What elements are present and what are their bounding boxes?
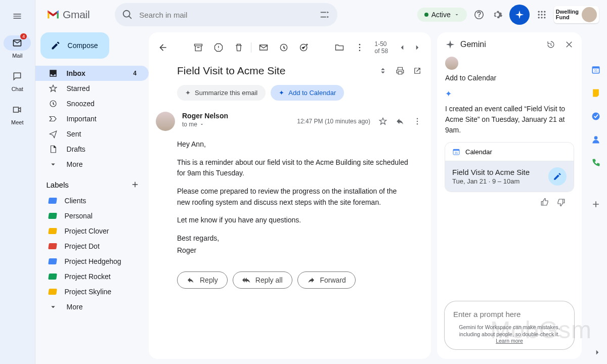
snooze-button[interactable] xyxy=(279,42,289,53)
label-project-clover[interactable]: Project Clover xyxy=(35,223,149,239)
thread-count: 1-50 of 58 xyxy=(375,40,392,55)
svg-point-15 xyxy=(359,50,360,52)
spam-button[interactable] xyxy=(213,42,224,53)
search-options-icon[interactable] xyxy=(319,9,330,20)
gemini-prompt-input[interactable] xyxy=(453,310,566,318)
print-button[interactable] xyxy=(396,66,405,75)
add-to-calendar-chip[interactable]: ✦Add to Calendar xyxy=(271,85,344,101)
get-addons-button[interactable] xyxy=(591,199,601,209)
email-time: 12:47 PM (10 minutes ago) xyxy=(297,118,370,125)
chat-icon xyxy=(12,71,22,81)
thumbs-up-button[interactable] xyxy=(540,198,549,207)
add-label-button[interactable] xyxy=(131,180,140,189)
nav-important[interactable]: Important xyxy=(35,111,149,126)
spark-icon xyxy=(514,10,525,20)
gemini-history-button[interactable] xyxy=(546,40,555,49)
nav-starred[interactable]: Starred xyxy=(35,81,149,96)
svg-point-3 xyxy=(544,11,545,13)
gmail-logo[interactable]: Gmail xyxy=(47,9,90,21)
svg-point-6 xyxy=(544,14,545,15)
event-title: Field Visit to Acme Site xyxy=(452,168,530,176)
learn-more-link[interactable]: Learn more xyxy=(496,338,523,344)
nav-inbox[interactable]: Inbox 4 xyxy=(35,66,149,81)
labels-header: Labels xyxy=(35,172,149,193)
label-project-rocket[interactable]: Project Rocket xyxy=(35,269,149,284)
next-button[interactable] xyxy=(413,43,422,52)
search-input[interactable] xyxy=(139,11,319,19)
chevron-down-icon xyxy=(49,160,58,169)
edit-event-button[interactable] xyxy=(548,167,567,186)
reply-all-icon xyxy=(242,276,250,284)
search-bar[interactable] xyxy=(115,3,337,26)
sender-to[interactable]: to me xyxy=(182,121,290,128)
label-personal[interactable]: Personal xyxy=(35,208,149,223)
label-project-dot[interactable]: Project Dot xyxy=(35,239,149,254)
pencil-icon xyxy=(553,172,562,181)
help-button[interactable] xyxy=(473,9,485,21)
thumbs-down-button[interactable] xyxy=(556,198,566,207)
calendar-icon: 31 xyxy=(452,148,460,156)
rail-chat[interactable]: Chat xyxy=(4,69,31,92)
prev-button[interactable] xyxy=(398,43,407,52)
gemini-calendar-card[interactable]: 31 Calendar Field Visit to Acme Site Tue… xyxy=(445,143,574,192)
svg-point-1 xyxy=(538,11,539,13)
delete-button[interactable] xyxy=(234,42,244,53)
gemini-button[interactable] xyxy=(509,5,530,25)
label-project-hedgehog[interactable]: Project Hedgehog xyxy=(35,254,149,269)
add-task-button[interactable] xyxy=(299,42,309,53)
expand-collapse-button[interactable] xyxy=(378,66,387,75)
app-rail: 4 Mail Chat Meet xyxy=(0,0,35,364)
summarize-chip[interactable]: ✦Summarize this email xyxy=(177,85,266,101)
forward-button[interactable]: Forward xyxy=(297,271,356,289)
message-more-button[interactable] xyxy=(413,117,422,126)
move-to-button[interactable] xyxy=(334,42,344,53)
nav-more[interactable]: More xyxy=(35,157,149,172)
mark-unread-button[interactable] xyxy=(258,42,269,53)
label-clients[interactable]: Clients xyxy=(35,193,149,208)
voice-addon[interactable] xyxy=(591,158,601,168)
gemini-disclaimer: Gemini for Workspace can make mistakes, … xyxy=(453,324,566,345)
archive-button[interactable] xyxy=(193,42,203,53)
reply-button[interactable]: Reply xyxy=(177,271,228,289)
main-menu-button[interactable] xyxy=(7,6,27,26)
rail-meet[interactable]: Meet xyxy=(4,102,31,125)
reply-icon xyxy=(187,276,195,284)
reply-all-button[interactable]: Reply all xyxy=(233,271,292,289)
settings-button[interactable] xyxy=(491,9,503,21)
reply-icon-button[interactable] xyxy=(396,117,405,126)
status-chip[interactable]: Active xyxy=(417,8,467,22)
gemini-close-button[interactable] xyxy=(565,40,574,49)
apps-button[interactable] xyxy=(536,9,548,21)
sender-avatar xyxy=(156,112,175,131)
side-panel-toggle[interactable] xyxy=(593,348,602,357)
label-swatch-icon xyxy=(48,213,57,219)
label-swatch-icon xyxy=(48,243,57,249)
calendar-addon[interactable]: 31 xyxy=(591,65,601,75)
rail-mail[interactable]: 4 Mail xyxy=(4,35,31,59)
nav-sent[interactable]: Sent xyxy=(35,126,149,142)
compose-button[interactable]: Compose xyxy=(40,32,109,59)
svg-point-5 xyxy=(541,14,542,15)
more-button[interactable] xyxy=(355,42,365,53)
user-avatar xyxy=(582,7,597,22)
contacts-addon[interactable] xyxy=(591,134,601,145)
nav-drafts[interactable]: Drafts xyxy=(35,142,149,157)
pencil-icon xyxy=(51,40,61,51)
event-time: Tue, Jan 21 · 9 – 10am xyxy=(452,177,530,185)
star-button[interactable] xyxy=(378,117,387,126)
label-swatch-icon xyxy=(48,289,57,295)
account-switcher[interactable]: Dwelling Fund xyxy=(554,6,599,23)
email-panel: 1-50 of 58 Field Visit to Acme Site ✦Sum… xyxy=(149,32,431,359)
svg-point-4 xyxy=(538,14,539,15)
open-new-button[interactable] xyxy=(413,66,422,75)
back-button[interactable] xyxy=(158,42,168,53)
important-icon xyxy=(49,114,58,123)
gemini-prompt-box[interactable]: Gemini for Workspace can make mistakes, … xyxy=(444,301,575,350)
svg-point-2 xyxy=(541,11,542,13)
labels-more[interactable]: More xyxy=(35,299,149,314)
nav-snoozed[interactable]: Snoozed xyxy=(35,96,149,111)
forward-icon xyxy=(307,276,315,284)
tasks-addon[interactable] xyxy=(591,111,601,121)
label-project-skyline[interactable]: Project Skyline xyxy=(35,284,149,299)
keep-addon[interactable] xyxy=(591,88,601,98)
